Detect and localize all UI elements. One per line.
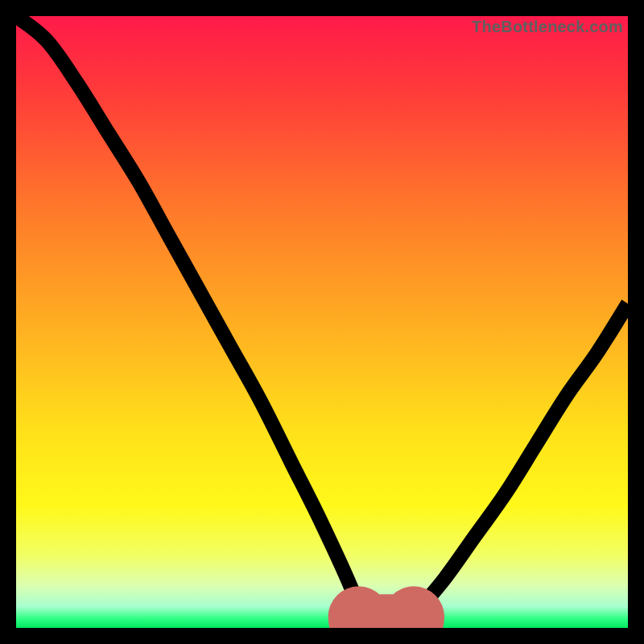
curve-layer	[16, 16, 628, 628]
chart-root: { "watermark": "TheBottleneck.com", "col…	[0, 0, 644, 644]
highlight-floor-marker	[359, 617, 414, 625]
watermark-text: TheBottleneck.com	[472, 18, 623, 36]
bottleneck-curve	[16, 16, 628, 628]
plot-area: TheBottleneck.com	[16, 16, 628, 628]
